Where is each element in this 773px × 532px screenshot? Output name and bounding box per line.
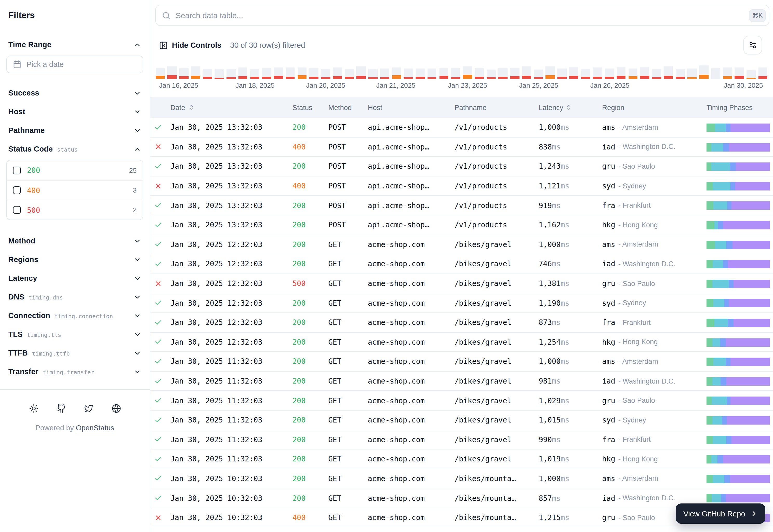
timeline-bar[interactable]: [250, 69, 259, 79]
sort-icon[interactable]: [566, 104, 572, 111]
status-option-500[interactable]: 5002: [7, 200, 143, 220]
filter-section-tls[interactable]: TLStiming.tls: [6, 325, 143, 344]
filter-section-ttfb[interactable]: TTFBtiming.ttfb: [6, 344, 143, 362]
timeline-bar[interactable]: [167, 66, 176, 79]
timeline-bar[interactable]: [534, 70, 543, 79]
timeline-bar[interactable]: [428, 69, 437, 79]
filter-section-regions[interactable]: Regions: [6, 250, 143, 269]
status-option-400[interactable]: 4003: [7, 180, 143, 200]
table-row[interactable]: Jan 30, 2025 12:32:03500GETacme-shop.com…: [150, 274, 773, 294]
timeline-bar[interactable]: [357, 66, 366, 79]
table-row[interactable]: Jan 30, 2025 12:32:03200GETacme-shop.com…: [150, 313, 773, 332]
timeline-bar[interactable]: [321, 69, 330, 79]
filter-section-time-range[interactable]: Time Range: [6, 35, 143, 54]
table-row[interactable]: Jan 30, 2025 11:32:03200GETacme-shop.com…: [150, 430, 773, 449]
timeline-bar[interactable]: [439, 68, 448, 79]
timeline-bar[interactable]: [392, 67, 401, 79]
github-icon[interactable]: [54, 402, 68, 415]
table-row[interactable]: Jan 30, 2025 12:32:03200GETacme-shop.com…: [150, 294, 773, 313]
status-option-200[interactable]: 20025: [7, 160, 143, 180]
table-row[interactable]: Jan 30, 2025 11:32:03200GETacme-shop.com…: [150, 411, 773, 430]
table-row[interactable]: Jan 30, 2025 13:32:03400POSTapi.acme-sho…: [150, 176, 773, 196]
filter-section-transfer[interactable]: Transfertiming.transfer: [6, 362, 143, 381]
filter-section-connection[interactable]: Connectiontiming.connection: [6, 306, 143, 325]
filter-section-host[interactable]: Host: [6, 102, 143, 121]
timeline-bar[interactable]: [569, 67, 578, 79]
timeline-bar[interactable]: [640, 67, 649, 79]
timeline-bar[interactable]: [227, 69, 236, 79]
timeline-bar[interactable]: [699, 65, 708, 79]
timeline-bar[interactable]: [262, 68, 271, 79]
table-row[interactable]: Jan 30, 2025 11:32:03200GETacme-shop.com…: [150, 371, 773, 391]
timeline-bar[interactable]: [747, 70, 756, 79]
timeline-bar[interactable]: [368, 69, 377, 79]
timeline-bar[interactable]: [404, 69, 413, 79]
column-header-latency[interactable]: Latency: [539, 97, 572, 118]
timeline-bar[interactable]: [711, 68, 720, 79]
globe-icon[interactable]: [109, 402, 123, 415]
timeline-bar[interactable]: [676, 69, 685, 79]
table-row[interactable]: Jan 30, 2025 12:32:03200GETacme-shop.com…: [150, 332, 773, 352]
sort-icon[interactable]: [188, 104, 194, 111]
timeline-bar[interactable]: [215, 69, 224, 79]
timeline-bar[interactable]: [155, 68, 165, 79]
table-row[interactable]: Jan 30, 2025 13:32:03200POSTapi.acme-sho…: [150, 157, 773, 176]
theme-toggle-icon[interactable]: [27, 402, 40, 415]
table-row[interactable]: Jan 30, 2025 11:32:03200GETacme-shop.com…: [150, 352, 773, 371]
timeline-bar[interactable]: [688, 69, 697, 79]
timeline-bar[interactable]: [475, 68, 484, 79]
filter-section-pathname[interactable]: Pathname: [6, 121, 143, 140]
timeline-bar[interactable]: [581, 69, 590, 79]
timeline-bar[interactable]: [463, 66, 472, 79]
table-row[interactable]: Jan 30, 2025 12:32:03200GETacme-shop.com…: [150, 235, 773, 254]
table-row[interactable]: Jan 30, 2025 11:32:03200GETacme-shop.com…: [150, 449, 773, 469]
timeline-bar[interactable]: [203, 69, 212, 79]
date-picker-input[interactable]: Pick a date: [6, 56, 143, 73]
table-row[interactable]: Jan 30, 2025 13:32:03200POSTapi.acme-sho…: [150, 215, 773, 235]
search-input[interactable]: [175, 11, 744, 20]
table-row[interactable]: Jan 30, 2025 10:32:03200GETacme-shop.com…: [150, 469, 773, 488]
timeline-bar[interactable]: [628, 69, 638, 79]
timeline-bar[interactable]: [179, 68, 188, 79]
filter-section-latency[interactable]: Latency: [6, 269, 143, 288]
hide-controls-button[interactable]: Hide Controls: [159, 36, 221, 54]
timeline-bar[interactable]: [451, 68, 460, 79]
table-row[interactable]: Jan 30, 2025 13:32:03400POSTapi.acme-sho…: [150, 137, 773, 157]
twitter-icon[interactable]: [82, 402, 95, 415]
timeline-bar[interactable]: [486, 70, 495, 79]
table-row[interactable]: Jan 30, 2025 13:32:03200POSTapi.acme-sho…: [150, 196, 773, 215]
timeline-bar[interactable]: [723, 67, 732, 79]
timeline-bar[interactable]: [286, 67, 295, 79]
timeline-bar[interactable]: [593, 67, 602, 79]
timeline-bar[interactable]: [297, 67, 307, 79]
checkbox-400[interactable]: [13, 186, 21, 194]
timeline-bar[interactable]: [605, 69, 614, 79]
timeline-bar[interactable]: [274, 67, 283, 79]
timeline-bar[interactable]: [557, 69, 566, 79]
timeline-bar[interactable]: [510, 68, 519, 79]
table-row[interactable]: Jan 30, 2025 13:32:03200POSTapi.acme-sho…: [150, 118, 773, 137]
column-header-date[interactable]: Date: [170, 97, 194, 118]
filter-section-dns[interactable]: DNStiming.dns: [6, 288, 143, 306]
timeline-bar[interactable]: [416, 69, 425, 79]
timeline-bar[interactable]: [239, 67, 248, 79]
filter-section-success[interactable]: Success: [6, 84, 143, 102]
timeline-bar[interactable]: [380, 69, 389, 79]
timeline-bar[interactable]: [546, 66, 555, 79]
filter-section-method[interactable]: Method: [6, 231, 143, 250]
openstatus-link[interactable]: OpenStatus: [76, 424, 114, 432]
table-row[interactable]: Jan 30, 2025 11:32:03200GETacme-shop.com…: [150, 391, 773, 411]
search-bar[interactable]: ⌘K: [155, 5, 769, 26]
timeline-bar[interactable]: [652, 69, 661, 79]
timeline-bar[interactable]: [758, 67, 768, 79]
timeline-bar[interactable]: [309, 68, 319, 79]
timeline-bar[interactable]: [345, 69, 354, 79]
filter-section-status-code[interactable]: Status Codestatus: [6, 140, 143, 158]
timeline-bar[interactable]: [498, 68, 507, 79]
view-options-button[interactable]: [743, 36, 762, 54]
timeline-bar[interactable]: [191, 66, 200, 79]
checkbox-200[interactable]: [13, 166, 21, 174]
timeline-bar[interactable]: [664, 66, 673, 79]
timeline-bar[interactable]: [333, 67, 342, 79]
view-github-repo-button[interactable]: View GitHub Repo: [676, 503, 765, 524]
